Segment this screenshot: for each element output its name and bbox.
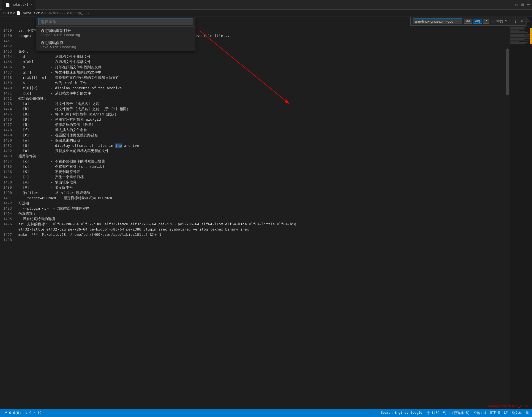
line-number: 1492 <box>0 201 15 206</box>
line-number: 1485 <box>0 164 15 169</box>
find-close-button[interactable]: × <box>519 19 524 24</box>
editor-line: 1497make: *** [Makefile:38: /home/lch/f4… <box>0 232 510 237</box>
command-input-wrapper <box>36 17 195 27</box>
find-bar: Aa Ab| .* 38 中的 1 ↑ ↓ × <box>410 17 526 26</box>
line-number: 1489 <box>0 185 15 190</box>
status-search-engine[interactable]: Search Engine: Google <box>381 411 422 415</box>
history-icon[interactable]: ↺ <box>515 2 518 7</box>
find-input[interactable] <box>413 18 462 24</box>
editor-line: 1491 --target=BFDNAME - 指定目标对象格式为 BFDNAM… <box>0 195 510 201</box>
line-text: [o] - 保留原来的日期 <box>15 138 80 143</box>
editor-main: 1459ar: 不支持目标 elf64-x86-641460Usage: ar … <box>0 17 532 409</box>
editor-line: 1486 [S] - 不要创建符号表 <box>0 169 510 174</box>
tab-close-button[interactable]: × <box>30 3 32 7</box>
line-number: 1462 <box>0 44 15 49</box>
split-icon[interactable]: ⊡ <box>521 2 524 7</box>
line-text: [O] - display offsets of files in the ar… <box>15 143 139 148</box>
minimap-line <box>510 27 525 28</box>
editor-line: 1493 --plugin <p> - 加载指定的插件程序 <box>0 206 510 211</box>
minimap-line <box>510 29 522 29</box>
editor-line: 1479 [P] - 在匹配时使用完整的路径名 <box>0 132 510 138</box>
editor-line: 1476 [D] - 使用实际时间戳和 uid/gid <box>0 117 510 122</box>
status-language[interactable]: 纯文本 <box>512 411 522 415</box>
editor-line: 1480 [o] - 保留原来的日期 <box>0 138 510 143</box>
editor-line: 1489 [V] - 显示版本号 <box>0 185 510 190</box>
find-count: 38 中的 1 <box>491 19 507 24</box>
editor-line: 1484 [c] - 不在必须创建库的时候给出警告 <box>0 159 510 164</box>
line-number: 1498 <box>0 237 15 242</box>
tab-file-icon: 📄 <box>6 3 10 7</box>
line-number: 1476 <box>0 117 15 122</box>
editor-scroll-area[interactable]: 1459ar: 不支持目标 elf64-x86-641460Usage: ar … <box>0 17 510 409</box>
status-errors[interactable]: ⊘ 0 △ 19 <box>25 411 41 415</box>
editor-line: 1492可选项： <box>0 201 510 206</box>
status-branch[interactable]: ⎇ 0.6(0) <box>3 411 21 415</box>
status-spaces[interactable]: 空格: 4 <box>474 411 486 415</box>
line-number: 1467 <box>0 70 15 75</box>
line-number: 1495 <box>0 216 15 221</box>
find-next-button[interactable]: ↓ <box>514 19 518 23</box>
line-number: 1465 <box>0 59 15 64</box>
status-extras[interactable]: 局 <box>525 411 529 415</box>
line-number: 1493 <box>0 206 15 211</box>
match-word-button[interactable]: Ab| <box>473 19 482 24</box>
line-number: 1466 <box>0 64 15 70</box>
line-number: 1469 <box>0 80 15 85</box>
line-number: 1459 <box>0 28 15 33</box>
line-number: 1461 <box>0 38 15 44</box>
title-bar: 📄 note.txt × ↺ ⊡ ⋯ <box>0 0 532 10</box>
breadcrumb-separator3: > <box>67 11 69 15</box>
command-reopen-label: 通过编码重新打开 <box>40 28 191 33</box>
vertical-scrollbar[interactable] <box>506 17 509 409</box>
line-number: 1497 <box>0 232 15 237</box>
line-text: 没有仿真特有的选项 <box>15 216 55 221</box>
command-input[interactable] <box>38 18 193 25</box>
find-prev-button[interactable]: ↑ <box>509 19 513 23</box>
line-number: 1475 <box>0 112 15 117</box>
line-text: [a] - 将文件置于 [成员名] 之后 <box>15 101 99 106</box>
minimap-line <box>510 41 519 42</box>
line-number: 1470 <box>0 85 15 91</box>
editor-line: elf32-little elf32-big pe-x86-64 pe-bigo… <box>0 227 510 232</box>
match-case-button[interactable]: Aa <box>464 19 472 24</box>
status-position[interactable]: 行 1459，列 1 (已选择15) <box>426 411 470 415</box>
line-text: q[f] - 将文件快速追加到归档文件中 <box>15 70 102 75</box>
line-number: 1460 <box>0 33 15 38</box>
line-number: 1464 <box>0 54 15 59</box>
minimap[interactable] <box>510 17 532 409</box>
editor-line: 1481 [O] - display offsets of files in t… <box>0 143 510 148</box>
command-item-save[interactable]: 通过编码保存 Save with Encoding <box>36 39 195 51</box>
editor-line: 1488 [v] - 输出较多信息 <box>0 180 510 185</box>
line-text: m[ab] - 在归档文件中移动文件 <box>15 59 91 64</box>
editor-line: 1498 <box>0 237 510 242</box>
line-number: 1484 <box>0 159 15 164</box>
status-line-ending[interactable]: LF <box>504 411 508 415</box>
status-encoding[interactable]: UTF-8 <box>490 411 500 415</box>
editor-line: 1477 [N] - 使用名称的实例 [数量] <box>0 122 510 127</box>
tab-label: note.txt <box>12 3 29 7</box>
minimap-line <box>510 44 522 44</box>
line-text: 可选项： <box>15 201 33 206</box>
editor-line: 1487 [T] - 产生一个简单归档 <box>0 174 510 180</box>
editor-tab[interactable]: 📄 note.txt × <box>2 0 36 10</box>
minimap-line <box>510 37 527 37</box>
line-number: 1474 <box>0 106 15 112</box>
scroll-thumb[interactable] <box>506 48 509 96</box>
breadcrumb-separator: > <box>13 11 15 15</box>
editor-line: 1494仿真选项： <box>0 211 510 216</box>
line-text: [S] - 不要创建符号表 <box>15 169 80 174</box>
line-text: [P] - 在匹配时使用完整的路径名 <box>15 132 98 138</box>
breadcrumb-item: upapp_... <box>70 11 89 15</box>
editor-line: 1475 [D] - 将 0 用于时间戳和 uid/gid（默认） <box>0 112 510 117</box>
breadcrumb-section: app/src... <box>44 11 66 15</box>
command-save-sublabel: Save with Encoding <box>40 45 191 49</box>
breadcrumb: note > 📄 note.txt > app/src... > upapp_.… <box>0 10 532 17</box>
regex-button[interactable]: .* <box>483 19 489 24</box>
more-icon[interactable]: ⋯ <box>527 2 530 7</box>
command-item-reopen[interactable]: 通过编码重新打开 Reopen with Encoding <box>36 27 195 39</box>
line-text: [T] - 产生一个简单归档 <box>15 174 84 180</box>
breadcrumb-file[interactable]: 📄 note.txt <box>16 11 40 15</box>
line-text: [s] - 创建归档索引 (cf. ranlib) <box>15 164 105 169</box>
breadcrumb-note[interactable]: note <box>3 11 12 15</box>
line-number: 1480 <box>0 138 15 143</box>
